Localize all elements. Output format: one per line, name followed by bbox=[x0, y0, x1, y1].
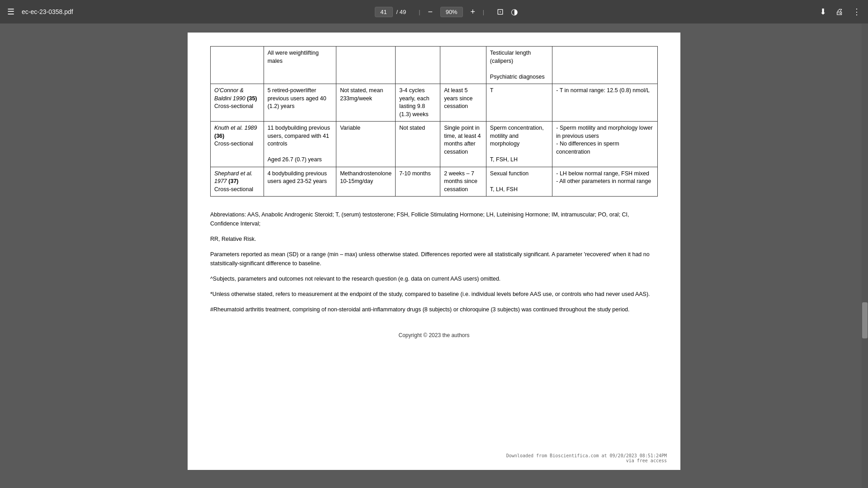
table-cell-population: 4 bodybuilding previous users aged 23-52… bbox=[264, 167, 336, 197]
table-cell-results: - T in normal range: 12.5 (0.8) nmol/L bbox=[552, 84, 658, 122]
toolbar: ☰ ec-ec-23-0358.pdf / 49 | − + | ⊡ ◑ ⬇ 🖨… bbox=[0, 0, 868, 23]
abbrev-line1: Abbreviations: AAS, Anabolic Androgenic … bbox=[210, 210, 658, 228]
table-row: Knuth et al. 1989 (36)Cross-sectional 11… bbox=[211, 122, 658, 167]
page-number-input[interactable] bbox=[375, 7, 393, 17]
table-cell-aas: Methandrostenolone 10-15mg/day bbox=[336, 167, 396, 197]
menu-icon[interactable]: ☰ bbox=[7, 7, 14, 17]
table-row: All were weightlifting males Testicular … bbox=[211, 47, 658, 84]
table-row: Shephard et al. 1977 (37)Cross-sectional… bbox=[211, 167, 658, 197]
table-cell-followup: 2 weeks – 7 months since cessation bbox=[440, 167, 486, 197]
fit-page-button[interactable]: ⊡ bbox=[497, 7, 504, 17]
table-cell-aas bbox=[336, 47, 396, 84]
table-cell-population: 11 bodybuilding previous users, compared… bbox=[264, 122, 336, 167]
table-cell-results: - Sperm motility and morphology lower in… bbox=[552, 122, 658, 167]
abbrev-line6: #Rheumatoid arthritis treatment, compris… bbox=[210, 305, 658, 314]
pdf-page: All were weightlifting males Testicular … bbox=[188, 33, 680, 470]
abbreviations-section: Abbreviations: AAS, Anabolic Androgenic … bbox=[210, 210, 658, 314]
table-cell-duration: Not stated bbox=[396, 122, 440, 167]
abbrev-line2: RR, Relative Risk. bbox=[210, 235, 658, 244]
filename-label: ec-ec-23-0358.pdf bbox=[22, 8, 73, 15]
table-row: O'Connor & Baldini 1990 (35)Cross-sectio… bbox=[211, 84, 658, 122]
scrollbar-thumb[interactable] bbox=[862, 302, 868, 338]
table-cell-outcomes: Sperm concentration, motility and morpho… bbox=[486, 122, 552, 167]
table-cell-aas: Variable bbox=[336, 122, 396, 167]
abbrev-line4: ^Subjects, parameters and outcomes not r… bbox=[210, 274, 658, 283]
content-area: All were weightlifting males Testicular … bbox=[0, 23, 868, 488]
abbrev-line5: *Unless otherwise stated, refers to meas… bbox=[210, 290, 658, 299]
toolbar-tools: ⊡ ◑ bbox=[497, 7, 518, 17]
table-cell-duration bbox=[396, 47, 440, 84]
page-navigation: / 49 bbox=[375, 7, 406, 17]
table-cell-author: O'Connor & Baldini 1990 (35)Cross-sectio… bbox=[211, 84, 264, 122]
zoom-in-button[interactable]: + bbox=[467, 5, 479, 18]
table-cell-author: Knuth et al. 1989 (36)Cross-sectional bbox=[211, 122, 264, 167]
nav-zoom-separator: | bbox=[419, 9, 420, 15]
table-cell-duration: 7-10 months bbox=[396, 167, 440, 197]
table-cell-author bbox=[211, 47, 264, 84]
table-cell-aas: Not stated, mean 233mg/week bbox=[336, 84, 396, 122]
download-button[interactable]: ⬇ bbox=[820, 7, 826, 17]
table-cell-duration: 3-4 cycles yearly, each lasting 9.8 (1.3… bbox=[396, 84, 440, 122]
page-separator: / 49 bbox=[396, 9, 406, 15]
zoom-out-button[interactable]: − bbox=[424, 5, 437, 18]
table-cell-followup: Single point in time, at least 4 months … bbox=[440, 122, 486, 167]
table-cell-author: Shephard et al. 1977 (37)Cross-sectional bbox=[211, 167, 264, 197]
page-footer: Copyright © 2023 the authors bbox=[210, 332, 658, 338]
scrollbar[interactable] bbox=[862, 23, 868, 488]
copyright-text: Copyright © 2023 the authors bbox=[399, 332, 470, 338]
table-cell-results bbox=[552, 47, 658, 84]
table-cell-outcomes: Testicular length (calipers) Psychiatric… bbox=[486, 47, 552, 84]
zoom-input[interactable] bbox=[440, 7, 463, 17]
more-options-button[interactable]: ⋮ bbox=[853, 7, 861, 17]
download-info: Downloaded from Bioscientifica.com at 09… bbox=[506, 453, 667, 463]
zoom-tools-separator: | bbox=[483, 9, 484, 15]
table-cell-outcomes: T bbox=[486, 84, 552, 122]
table-cell-followup: At least 5 years since cessation bbox=[440, 84, 486, 122]
study-table: All were weightlifting males Testicular … bbox=[210, 46, 658, 197]
zoom-controls: − + bbox=[424, 5, 479, 18]
table-cell-population: All were weightlifting males bbox=[264, 47, 336, 84]
abbrev-line3: Parameters reported as mean (SD) or a ra… bbox=[210, 250, 658, 268]
table-cell-outcomes: Sexual function T, LH, FSH bbox=[486, 167, 552, 197]
table-cell-population: 5 retired-powerlifter previous users age… bbox=[264, 84, 336, 122]
table-cell-followup bbox=[440, 47, 486, 84]
history-button[interactable]: ◑ bbox=[511, 7, 518, 17]
print-button[interactable]: 🖨 bbox=[835, 7, 844, 17]
table-cell-results: - LH below normal range, FSH mixed - All… bbox=[552, 167, 658, 197]
